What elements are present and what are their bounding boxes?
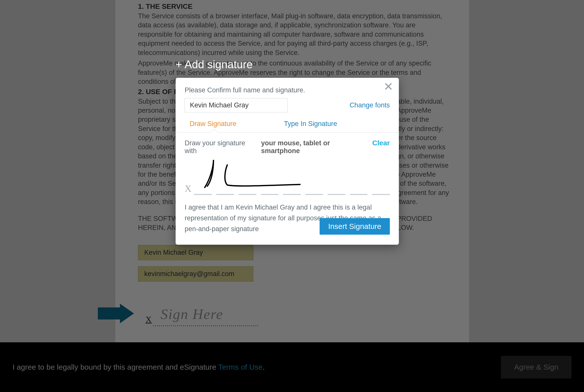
draw-hint-prefix: Draw your signature with [185,139,259,155]
modal-prompt: Please Confirm full name and signature. [185,86,390,94]
signature-guide-lines [194,194,390,195]
signature-x-mark: X [185,183,191,194]
drawn-signature [200,157,325,190]
draw-hint-bold: your mouse, tablet or smartphone [261,139,370,155]
add-signature-header: + Add signature [176,58,253,71]
tab-type-signature[interactable]: Type In Signature [284,120,337,130]
insert-signature-button[interactable]: Insert Signature [320,218,390,235]
tab-draw-signature[interactable]: Draw Signature [190,120,236,130]
signature-pad[interactable]: X [185,160,390,195]
full-name-input[interactable] [185,98,287,112]
signature-modal: ✕ Please Confirm full name and signature… [176,78,399,245]
plus-icon: + [176,58,182,71]
change-fonts-link[interactable]: Change fonts [349,101,390,109]
signature-tabs: Draw Signature Type In Signature [185,120,390,130]
add-signature-text: Add signature [185,58,253,71]
close-icon[interactable]: ✕ [384,81,393,92]
clear-signature-link[interactable]: Clear [372,139,390,147]
tab-divider [176,132,399,133]
